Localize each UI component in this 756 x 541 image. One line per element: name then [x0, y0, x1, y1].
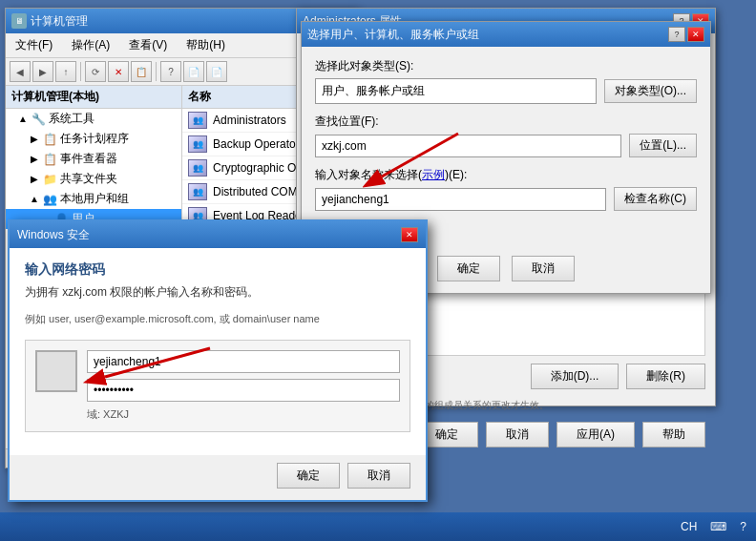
taskbar-help-icon[interactable]: ?	[736, 518, 750, 535]
select-dialog-title: 选择用户、计算机、服务帐户或组	[307, 27, 479, 43]
credentials-area: 域: XZKJ	[25, 340, 410, 432]
object-type-button[interactable]: 对象类型(O)...	[604, 79, 697, 103]
toolbar-refresh[interactable]: ⟳	[85, 61, 106, 82]
toolbar-up[interactable]: ↑	[55, 61, 76, 82]
object-name-input[interactable]	[315, 188, 606, 211]
menu-help[interactable]: 帮助(H)	[180, 35, 231, 55]
tree-label-shared-folders: 共享文件夹	[60, 171, 117, 187]
admin-cancel-button[interactable]: 取消	[486, 422, 549, 447]
select-close-button[interactable]: ✕	[687, 27, 704, 42]
security-cancel-button[interactable]: 取消	[347, 463, 410, 489]
taskbar-lang[interactable]: CH	[677, 518, 701, 535]
example-link[interactable]: 示例	[422, 168, 445, 181]
password-input[interactable]	[87, 379, 400, 402]
select-cancel-button[interactable]: 取消	[512, 256, 575, 281]
toolbar-sep2	[156, 62, 157, 81]
select-ok-button[interactable]: 确定	[437, 256, 500, 281]
domain-label: 域: XZKJ	[87, 407, 400, 422]
cm-window-title: 计算机管理	[31, 13, 88, 30]
expand-icon-ev: ▶	[29, 154, 40, 164]
security-buttons: 确定 取消	[10, 455, 426, 500]
tree-item-task-scheduler[interactable]: ▶ 📋 任务计划程序	[6, 129, 181, 149]
admin-remove-button[interactable]: 删除(R)	[626, 364, 705, 389]
location-label: 查找位置(F):	[315, 114, 697, 130]
group-icon-bo: 👥	[188, 135, 207, 153]
location-row: xzkj.com 位置(L)...	[315, 134, 697, 157]
admin-help-btn2[interactable]: 帮助	[642, 422, 705, 447]
expand-icon-lu: ▲	[29, 194, 40, 204]
system-tools-icon: 🔧	[32, 113, 46, 126]
security-ok-button[interactable]: 确定	[277, 463, 340, 489]
security-dialog-title: Windows 安全	[17, 227, 90, 243]
expand-icon-sf: ▶	[29, 174, 40, 184]
user-avatar	[35, 350, 77, 392]
credentials-fields: 域: XZKJ	[87, 350, 400, 422]
toolbar-forward[interactable]: ▶	[32, 61, 53, 82]
tree-label-event-viewer: 事件查看器	[60, 151, 117, 167]
security-body: 输入网络密码 为拥有 xzkj.com 权限的帐户输入名称和密码。 例如 use…	[10, 248, 426, 455]
cm-title-left: 🖥 计算机管理	[11, 13, 88, 30]
input-label: 输入对象名称来选择(示例)(E):	[315, 167, 697, 183]
security-subtitle: 为拥有 xzkj.com 权限的帐户输入名称和密码。	[25, 284, 410, 301]
object-type-value: 用户、服务帐户或组	[315, 78, 597, 104]
taskbar: CH ⌨ ?	[0, 512, 756, 541]
toolbar-back[interactable]: ◀	[10, 61, 31, 82]
cm-window-icon: 🖥	[11, 13, 27, 29]
username-input[interactable]	[87, 350, 400, 373]
toolbar-extra1[interactable]: 📄	[183, 61, 204, 82]
input-row: 检查名称(C)	[315, 187, 697, 211]
toolbar-delete[interactable]: ✕	[108, 61, 129, 82]
tree-item-local-users[interactable]: ▲ 👥 本地用户和组	[6, 189, 181, 209]
windows-security-dialog: Windows 安全 ✕ 输入网络密码 为拥有 xzkj.com 权限的帐户输入…	[8, 219, 428, 502]
tree-item-system-tools[interactable]: ▲ 🔧 系统工具	[6, 109, 181, 129]
expand-icon-ts: ▶	[29, 134, 40, 144]
list-label-backup-operators: Backup Operators	[213, 137, 305, 151]
event-viewer-icon: 📋	[43, 153, 57, 166]
admin-add-button[interactable]: 添加(D)...	[531, 364, 620, 389]
security-titlebar: Windows 安全 ✕	[10, 221, 426, 248]
select-help-button[interactable]: ?	[668, 27, 685, 42]
tree-item-event-viewer[interactable]: ▶ 📋 事件查看器	[6, 149, 181, 169]
security-example: 例如 user, user@example.microsoft.com, 或 d…	[25, 312, 410, 326]
toolbar-sep1	[80, 62, 81, 81]
list-label-administrators: Administrators	[213, 114, 286, 127]
tree-item-shared-folders[interactable]: ▶ 📁 共享文件夹	[6, 169, 181, 189]
toolbar-extra2[interactable]: 📄	[206, 61, 227, 82]
menu-file[interactable]: 文件(F)	[10, 35, 58, 55]
object-type-row: 用户、服务帐户或组 对象类型(O)...	[315, 78, 697, 104]
tree-label-system-tools: 系统工具	[49, 111, 94, 127]
expand-icon: ▲	[17, 114, 29, 124]
select-dialog-titlebar: 选择用户、计算机、服务帐户或组 ? ✕	[302, 22, 710, 47]
menu-view[interactable]: 查看(V)	[123, 35, 173, 55]
tree-header: 计算机管理(本地)	[6, 86, 181, 109]
tree-label-local-users: 本地用户和组	[60, 191, 129, 207]
toolbar-properties[interactable]: 📋	[131, 61, 152, 82]
group-icon: 👥	[188, 112, 207, 129]
group-icon-co: 👥	[188, 159, 207, 177]
task-scheduler-icon: 📋	[43, 133, 57, 146]
location-value: xzkj.com	[315, 135, 621, 157]
select-dialog-controls: ? ✕	[668, 27, 704, 42]
menu-action[interactable]: 操作(A)	[66, 35, 116, 55]
toolbar-help[interactable]: ?	[160, 61, 181, 82]
object-type-label: 选择此对象类型(S):	[315, 58, 697, 74]
check-names-button[interactable]: 检查名称(C)	[614, 187, 697, 211]
group-icon-dc: 👥	[188, 183, 207, 200]
shared-folders-icon: 📁	[43, 173, 57, 186]
admin-apply-button[interactable]: 应用(A)	[556, 422, 635, 447]
tree-label-task-scheduler: 任务计划程序	[60, 131, 129, 147]
security-close-button[interactable]: ✕	[401, 227, 418, 242]
taskbar-keyboard-icon: ⌨	[706, 518, 730, 535]
location-button[interactable]: 位置(L)...	[629, 134, 697, 157]
local-users-icon: 👥	[43, 193, 57, 206]
security-heading: 输入网络密码	[25, 261, 410, 279]
